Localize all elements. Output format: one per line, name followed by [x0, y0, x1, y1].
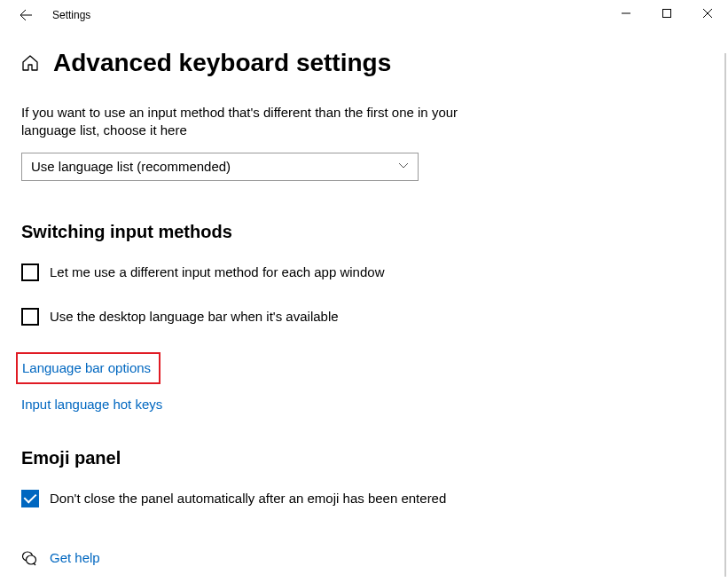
- input-language-hotkeys-link[interactable]: Input language hot keys: [21, 397, 162, 412]
- minimize-button[interactable]: [606, 0, 646, 27]
- checkbox-row-desktop-langbar: Use the desktop language bar when it's a…: [21, 308, 707, 326]
- page-title: Advanced keyboard settings: [53, 49, 391, 77]
- maximize-icon: [662, 9, 671, 18]
- scrollbar[interactable]: [724, 53, 726, 577]
- chevron-down-icon: [398, 161, 409, 171]
- switching-section-title: Switching input methods: [21, 222, 707, 242]
- get-help-row: Get help: [21, 550, 707, 566]
- checkbox-row-emoji-panel: Don't close the panel automatically afte…: [21, 490, 707, 507]
- content-area: Advanced keyboard settings If you want t…: [0, 29, 728, 566]
- close-icon: [703, 9, 712, 18]
- back-button[interactable]: [8, 0, 43, 29]
- checkbox-row-per-app: Let me use a different input method for …: [21, 263, 707, 281]
- close-button[interactable]: [687, 0, 728, 27]
- dropdown-value: Use language list (recommended): [31, 159, 231, 174]
- window-controls: [606, 0, 728, 27]
- svg-point-5: [27, 555, 36, 564]
- minimize-icon: [622, 9, 630, 18]
- arrow-left-icon: [19, 8, 33, 22]
- checkbox-emoji-label: Don't close the panel automatically afte…: [50, 491, 446, 506]
- checkbox-per-app-label: Let me use a different input method for …: [50, 264, 384, 279]
- help-icon: [21, 550, 37, 566]
- checkbox-desktop-langbar[interactable]: [21, 308, 39, 326]
- checkbox-desktop-langbar-label: Use the desktop language bar when it's a…: [50, 309, 339, 324]
- checkbox-emoji-stay-open[interactable]: [21, 490, 39, 507]
- input-method-description: If you want to use an input method that'…: [21, 104, 491, 140]
- page-header: Advanced keyboard settings: [21, 49, 707, 77]
- get-help-link[interactable]: Get help: [50, 550, 100, 565]
- checkbox-per-app-window[interactable]: [21, 263, 39, 281]
- language-bar-options-link[interactable]: Language bar options: [22, 360, 151, 375]
- home-icon[interactable]: [21, 54, 39, 72]
- window-title: Settings: [52, 9, 90, 21]
- input-method-dropdown[interactable]: Use language list (recommended): [21, 153, 419, 181]
- emoji-section-title: Emoji panel: [21, 448, 707, 468]
- maximize-button[interactable]: [646, 0, 687, 27]
- svg-rect-1: [663, 10, 671, 18]
- highlighted-annotation: Language bar options: [16, 352, 160, 384]
